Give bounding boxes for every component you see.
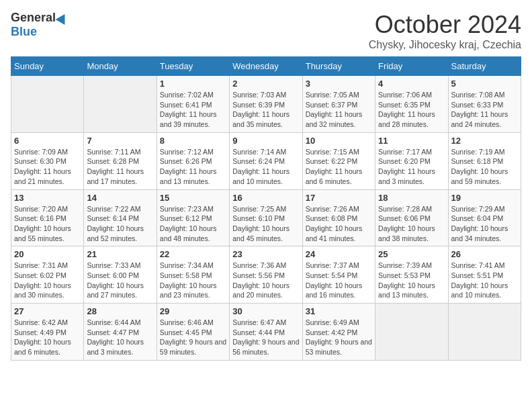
day-info: Sunrise: 7:25 AMSunset: 6:10 PMDaylight:… xyxy=(232,204,299,244)
month-title: October 2024 xyxy=(369,11,521,39)
calendar-cell: 4Sunrise: 7:06 AMSunset: 6:35 PMDaylight… xyxy=(375,76,448,133)
day-info: Sunrise: 7:26 AMSunset: 6:08 PMDaylight:… xyxy=(306,204,372,244)
logo: General Blue xyxy=(11,11,68,39)
day-info: Sunrise: 6:49 AMSunset: 4:42 PMDaylight:… xyxy=(306,318,372,357)
calendar-cell: 29Sunrise: 6:46 AMSunset: 4:45 PMDayligh… xyxy=(157,304,229,361)
calendar-cell: 25Sunrise: 7:39 AMSunset: 5:53 PMDayligh… xyxy=(375,246,448,304)
calendar-header: SundayMondayTuesdayWednesdayThursdayFrid… xyxy=(11,57,521,76)
day-number: 17 xyxy=(306,193,372,203)
day-number: 16 xyxy=(232,193,299,203)
calendar-cell: 5Sunrise: 7:08 AMSunset: 6:33 PMDaylight… xyxy=(448,76,521,133)
day-info: Sunrise: 7:08 AMSunset: 6:33 PMDaylight:… xyxy=(451,90,518,130)
day-number: 18 xyxy=(378,193,445,203)
day-number: 6 xyxy=(14,136,81,146)
calendar-cell: 21Sunrise: 7:33 AMSunset: 6:00 PMDayligh… xyxy=(84,246,157,304)
day-number: 27 xyxy=(14,306,81,316)
day-number: 9 xyxy=(232,136,299,146)
day-info: Sunrise: 6:44 AMSunset: 4:47 PMDaylight:… xyxy=(87,318,153,357)
day-number: 26 xyxy=(451,249,518,259)
day-number: 8 xyxy=(160,136,226,146)
day-number: 12 xyxy=(451,136,518,146)
day-number: 13 xyxy=(14,193,81,203)
day-info: Sunrise: 6:46 AMSunset: 4:45 PMDaylight:… xyxy=(160,318,226,357)
day-number: 5 xyxy=(451,79,518,89)
logo-triangle-icon xyxy=(56,11,70,24)
day-number: 14 xyxy=(87,193,153,203)
calendar-body: 1Sunrise: 7:02 AMSunset: 6:41 PMDaylight… xyxy=(11,76,521,361)
calendar-cell: 18Sunrise: 7:28 AMSunset: 6:06 PMDayligh… xyxy=(375,189,448,246)
page-header: General Blue October 2024 Chysky, Jihoce… xyxy=(11,11,521,51)
day-number: 1 xyxy=(160,79,226,89)
calendar-cell: 14Sunrise: 7:22 AMSunset: 6:14 PMDayligh… xyxy=(84,189,157,246)
calendar-cell: 23Sunrise: 7:36 AMSunset: 5:56 PMDayligh… xyxy=(230,246,302,304)
header-cell-sunday: Sunday xyxy=(11,57,84,76)
day-number: 2 xyxy=(232,79,299,89)
day-info: Sunrise: 6:42 AMSunset: 4:49 PMDaylight:… xyxy=(14,318,81,357)
calendar-cell: 1Sunrise: 7:02 AMSunset: 6:41 PMDaylight… xyxy=(157,76,229,133)
day-number: 29 xyxy=(160,306,226,316)
header-cell-wednesday: Wednesday xyxy=(230,57,302,76)
day-info: Sunrise: 7:09 AMSunset: 6:30 PMDaylight:… xyxy=(14,147,81,187)
calendar-cell: 17Sunrise: 7:26 AMSunset: 6:08 PMDayligh… xyxy=(302,189,375,246)
calendar-cell: 22Sunrise: 7:34 AMSunset: 5:58 PMDayligh… xyxy=(157,246,229,304)
calendar-cell: 10Sunrise: 7:15 AMSunset: 6:22 PMDayligh… xyxy=(302,132,375,189)
day-info: Sunrise: 7:23 AMSunset: 6:12 PMDaylight:… xyxy=(160,204,226,244)
calendar-cell: 2Sunrise: 7:03 AMSunset: 6:39 PMDaylight… xyxy=(230,76,302,133)
day-info: Sunrise: 7:06 AMSunset: 6:35 PMDaylight:… xyxy=(378,90,445,130)
header-cell-friday: Friday xyxy=(375,57,448,76)
day-number: 7 xyxy=(87,136,153,146)
header-cell-monday: Monday xyxy=(84,57,157,76)
calendar-row: 1Sunrise: 7:02 AMSunset: 6:41 PMDaylight… xyxy=(11,76,521,133)
calendar-cell: 30Sunrise: 6:47 AMSunset: 4:44 PMDayligh… xyxy=(230,304,302,361)
day-number: 23 xyxy=(232,249,299,259)
day-number: 22 xyxy=(160,249,226,259)
day-number: 28 xyxy=(87,306,153,316)
day-number: 20 xyxy=(14,249,81,259)
day-number: 19 xyxy=(451,193,518,203)
calendar-row: 27Sunrise: 6:42 AMSunset: 4:49 PMDayligh… xyxy=(11,304,521,361)
day-info: Sunrise: 7:14 AMSunset: 6:24 PMDaylight:… xyxy=(232,147,299,187)
calendar-cell: 15Sunrise: 7:23 AMSunset: 6:12 PMDayligh… xyxy=(157,189,229,246)
calendar-cell: 27Sunrise: 6:42 AMSunset: 4:49 PMDayligh… xyxy=(11,304,84,361)
day-number: 25 xyxy=(378,249,445,259)
calendar-cell: 8Sunrise: 7:12 AMSunset: 6:26 PMDaylight… xyxy=(157,132,229,189)
day-info: Sunrise: 7:17 AMSunset: 6:20 PMDaylight:… xyxy=(378,147,445,187)
calendar-cell xyxy=(375,304,448,361)
logo-general-text: General xyxy=(11,11,56,25)
location-title: Chysky, Jihocesky kraj, Czechia xyxy=(369,39,521,51)
calendar-cell: 9Sunrise: 7:14 AMSunset: 6:24 PMDaylight… xyxy=(230,132,302,189)
day-number: 15 xyxy=(160,193,226,203)
day-number: 11 xyxy=(378,136,445,146)
calendar-cell: 26Sunrise: 7:41 AMSunset: 5:51 PMDayligh… xyxy=(448,246,521,304)
calendar-table: SundayMondayTuesdayWednesdayThursdayFrid… xyxy=(11,56,521,361)
day-number: 31 xyxy=(306,306,372,316)
calendar-cell: 24Sunrise: 7:37 AMSunset: 5:54 PMDayligh… xyxy=(302,246,375,304)
calendar-cell xyxy=(11,76,84,133)
header-cell-tuesday: Tuesday xyxy=(157,57,229,76)
day-number: 30 xyxy=(232,306,299,316)
day-number: 21 xyxy=(87,249,153,259)
day-info: Sunrise: 7:15 AMSunset: 6:22 PMDaylight:… xyxy=(306,147,372,187)
calendar-cell xyxy=(448,304,521,361)
calendar-row: 6Sunrise: 7:09 AMSunset: 6:30 PMDaylight… xyxy=(11,132,521,189)
calendar-cell: 19Sunrise: 7:29 AMSunset: 6:04 PMDayligh… xyxy=(448,189,521,246)
day-info: Sunrise: 7:34 AMSunset: 5:58 PMDaylight:… xyxy=(160,261,226,300)
day-info: Sunrise: 7:39 AMSunset: 5:53 PMDaylight:… xyxy=(378,261,445,300)
day-info: Sunrise: 7:36 AMSunset: 5:56 PMDaylight:… xyxy=(232,261,299,300)
calendar-cell: 11Sunrise: 7:17 AMSunset: 6:20 PMDayligh… xyxy=(375,132,448,189)
logo-blue-text: Blue xyxy=(11,25,37,39)
day-number: 10 xyxy=(306,136,372,146)
day-info: Sunrise: 7:02 AMSunset: 6:41 PMDaylight:… xyxy=(160,90,226,130)
day-info: Sunrise: 7:05 AMSunset: 6:37 PMDaylight:… xyxy=(306,90,372,130)
calendar-cell: 31Sunrise: 6:49 AMSunset: 4:42 PMDayligh… xyxy=(302,304,375,361)
calendar-cell xyxy=(84,76,157,133)
day-info: Sunrise: 7:28 AMSunset: 6:06 PMDaylight:… xyxy=(378,204,445,244)
day-info: Sunrise: 7:22 AMSunset: 6:14 PMDaylight:… xyxy=(87,204,153,244)
day-info: Sunrise: 7:19 AMSunset: 6:18 PMDaylight:… xyxy=(451,147,518,187)
day-info: Sunrise: 7:11 AMSunset: 6:28 PMDaylight:… xyxy=(87,147,153,187)
header-cell-thursday: Thursday xyxy=(302,57,375,76)
title-block: October 2024 Chysky, Jihocesky kraj, Cze… xyxy=(369,11,521,51)
calendar-cell: 28Sunrise: 6:44 AMSunset: 4:47 PMDayligh… xyxy=(84,304,157,361)
calendar-cell: 7Sunrise: 7:11 AMSunset: 6:28 PMDaylight… xyxy=(84,132,157,189)
day-info: Sunrise: 7:29 AMSunset: 6:04 PMDaylight:… xyxy=(451,204,518,244)
